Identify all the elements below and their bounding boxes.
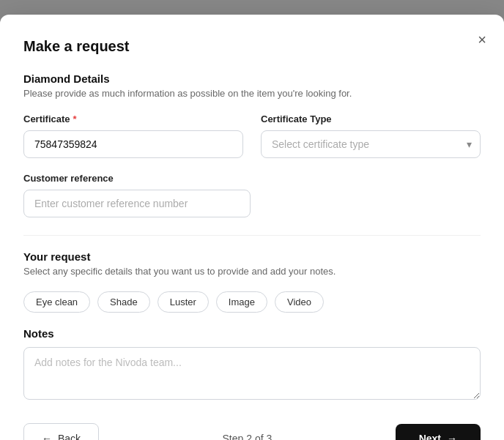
diamond-details-title: Diamond Details: [23, 72, 481, 85]
next-label: Next: [419, 433, 441, 440]
certificate-type-select-wrapper: Select certificate type GIA IGI HRD ▾: [261, 130, 481, 158]
back-label: Back: [58, 433, 81, 440]
modal: × Make a request Diamond Details Please …: [0, 15, 504, 440]
diamond-details-section: Diamond Details Please provide as much i…: [23, 72, 481, 217]
tag-eye-clean[interactable]: Eye clean: [23, 291, 90, 313]
tag-video[interactable]: Video: [275, 291, 324, 313]
step-indicator: Step 2 of 3: [223, 433, 273, 440]
certificate-group: Certificate *: [23, 113, 243, 158]
certificate-row: Certificate * Certificate Type Select ce…: [23, 113, 481, 158]
tag-luster[interactable]: Luster: [158, 291, 209, 313]
diamond-details-desc: Please provide as much information as po…: [23, 88, 481, 99]
certificate-type-select[interactable]: Select certificate type GIA IGI HRD: [261, 130, 481, 158]
certificate-input[interactable]: [23, 130, 243, 158]
customer-reference-input[interactable]: [23, 190, 251, 217]
notes-section: Notes: [23, 327, 481, 403]
close-button[interactable]: ×: [475, 29, 489, 50]
your-request-section: Your request Select any specific details…: [23, 250, 481, 313]
notes-textarea[interactable]: [23, 347, 481, 400]
footer: ← Back Step 2 of 3 Next →: [23, 423, 481, 440]
tags-row: Eye clean Shade Luster Image Video: [23, 291, 481, 313]
customer-reference-group: Customer reference: [23, 173, 481, 217]
next-button[interactable]: Next →: [396, 424, 481, 440]
back-arrow-icon: ←: [42, 433, 52, 440]
your-request-desc: Select any specific details that you wan…: [23, 266, 481, 277]
tag-image[interactable]: Image: [216, 291, 267, 313]
tag-shade[interactable]: Shade: [97, 291, 150, 313]
your-request-title: Your request: [23, 250, 481, 263]
section-divider: [23, 235, 481, 236]
certificate-type-group: Certificate Type Select certificate type…: [261, 113, 481, 158]
modal-overlay: × Make a request Diamond Details Please …: [0, 15, 504, 440]
modal-title: Make a request: [23, 38, 481, 55]
certificate-label: Certificate *: [23, 113, 243, 124]
back-button[interactable]: ← Back: [23, 423, 99, 440]
notes-label: Notes: [23, 327, 481, 340]
customer-reference-label: Customer reference: [23, 173, 481, 184]
next-arrow-icon: →: [447, 433, 457, 440]
certificate-type-label: Certificate Type: [261, 113, 481, 124]
required-star: *: [73, 113, 77, 124]
